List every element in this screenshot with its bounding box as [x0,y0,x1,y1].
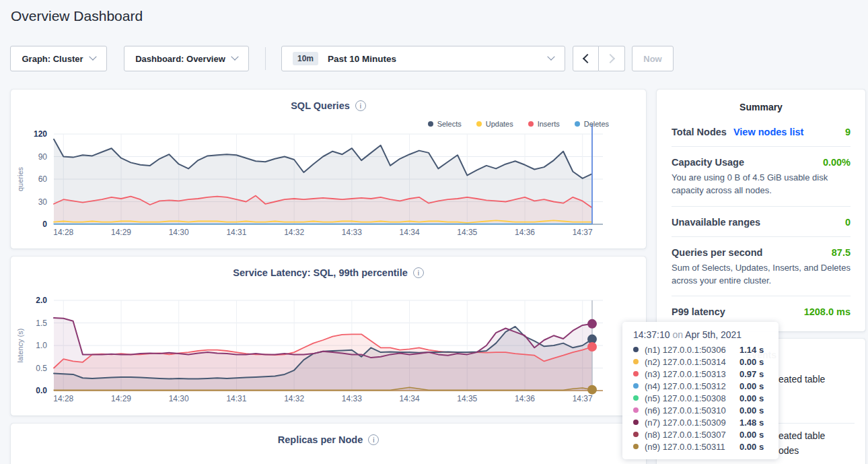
x-tick-label: 14:35 [457,228,477,237]
page-title: Overview Dashboard [11,8,143,24]
unavailable-ranges-label: Unavailable ranges [672,217,760,228]
node-color-dot-icon [633,371,639,376]
x-tick-label: 14:34 [400,394,420,403]
x-tick-label: 14:33 [342,394,362,403]
node-address: (n6) 127.0.0.1:50310 [645,405,739,416]
node-color-dot-icon [633,383,639,389]
time-prev-button[interactable] [573,46,599,71]
time-nav-group [573,46,625,71]
time-next-button[interactable] [599,46,625,71]
node-address: (n9) 127.0.0.1:50311 [645,442,739,452]
chevron-down-icon [547,53,554,61]
x-tick-label: 14:28 [53,394,73,403]
service-latency-title: Service Latency: SQL, 99th percentile i [11,267,646,278]
x-tick-label: 14:31 [226,394,246,403]
node-latency-value: 1.48 s [739,418,764,428]
node-color-dot-icon [633,420,639,425]
sql-queries-chart[interactable]: 14:2814:2914:3014:3114:3214:3314:3414:35… [11,90,646,248]
y-tick-label: 0.0 [36,386,47,395]
event-text-fragment: eated table [779,430,825,441]
time-range-selector[interactable]: 10m Past 10 Minutes [281,46,565,71]
x-tick-label: 14:35 [457,394,477,403]
tooltip-node-row: (n7) 127.0.0.1:503091.48 s [633,416,769,428]
highlight-dot [587,385,597,395]
node-address: (n5) 127.0.0.1:50308 [645,393,739,403]
x-tick-label: 14:34 [400,228,420,237]
y-tick-label: 90 [38,152,48,162]
y-tick-label: 60 [38,174,48,184]
overview-dashboard-page: Overview Dashboard Graph: Cluster Dashbo… [0,0,868,464]
node-color-dot-icon [633,444,639,449]
sql-queries-legend: Selects Updates Inserts Deletes [428,120,609,128]
tooltip-node-row: (n4) 127.0.0.1:503120.00 s [633,380,769,392]
total-nodes-value: 9 [845,127,851,137]
y-tick-label: 1.5 [36,319,47,328]
info-icon[interactable]: i [368,434,379,445]
x-tick-label: 14:29 [111,394,131,403]
replicas-per-node-title: Replicas per Node i [11,434,646,445]
y-tick-label: 30 [38,197,48,207]
x-tick-label: 14:32 [284,394,304,403]
node-latency-value: 0.00 s [739,357,764,367]
y-tick-label: 1.0 [36,341,47,350]
updates-dot-icon [476,121,482,127]
node-latency-value: 0.97 s [739,369,764,379]
tooltip-node-row: (n6) 127.0.0.1:503100.00 s [633,404,769,416]
selects-dot-icon [428,121,433,127]
node-color-dot-icon [633,359,639,364]
x-tick-label: 14:30 [169,228,189,237]
summary-title: Summary [672,90,851,117]
view-nodes-list-link[interactable]: View nodes list [733,127,804,137]
summary-row-unavailable-ranges: Unavailable ranges 0 [672,207,851,237]
p99-latency-value: 1208.0 ms [804,306,851,317]
tooltip-timestamp: 14:37:10 on Apr 5th, 2021 [633,329,769,340]
highlight-dot [587,319,597,329]
time-range-label: Past 10 Minutes [328,54,396,64]
node-latency-value: 0.00 s [739,442,764,452]
summary-panel: Summary Total Nodes View nodes list 9 Ca… [657,90,865,331]
info-icon[interactable]: i [355,100,366,111]
x-tick-label: 14:36 [515,394,535,403]
chevron-right-icon [606,54,615,63]
legend-item-updates[interactable]: Updates [476,120,513,128]
legend-item-selects[interactable]: Selects [428,120,462,128]
chevron-down-icon [231,53,238,61]
node-latency-value: 0.00 s [739,381,764,391]
x-tick-label: 14:29 [111,228,131,237]
tooltip-node-row: (n8) 127.0.0.1:503070.00 s [633,428,769,440]
toolbar-divider [265,47,266,70]
summary-row-capacity: Capacity Usage 0.00% You are using 0 B o… [672,147,851,207]
node-color-dot-icon [633,395,639,401]
y-tick-label: 2.0 [36,296,47,305]
highlight-dot [587,342,597,352]
node-latency-value: 1.14 s [739,345,764,355]
node-latency-value: 0.00 s [739,430,764,440]
legend-item-inserts[interactable]: Inserts [528,120,560,128]
node-latency-value: 0.00 s [739,405,764,416]
service-latency-chart[interactable]: 14:2814:2914:3014:3114:3214:3314:3414:35… [11,257,646,416]
x-tick-label: 14:28 [53,228,73,237]
tooltip-node-row: (n2) 127.0.0.1:503140.00 s [633,356,769,368]
x-tick-label: 14:30 [169,394,189,403]
graph-dropdown[interactable]: Graph: Cluster [10,46,107,71]
legend-item-deletes[interactable]: Deletes [575,120,609,128]
dashboard-dropdown[interactable]: Dashboard: Overview [124,46,249,71]
node-address: (n4) 127.0.0.1:50312 [645,381,739,391]
node-address: (n3) 127.0.0.1:50313 [645,369,739,379]
summary-row-total-nodes: Total Nodes View nodes list 9 [672,117,851,147]
time-range-badge: 10m [293,52,318,65]
now-button[interactable]: Now [632,46,674,71]
node-latency-value: 0.00 s [739,393,764,403]
chevron-left-icon [582,54,591,63]
sql-queries-card: SQL Queries i Selects Updates Inserts De… [11,90,646,248]
x-tick-label: 14:37 [573,228,593,237]
dashboard-dropdown-label: Dashboard: Overview [135,54,225,64]
y-tick-label: 120 [34,129,47,139]
node-address: (n7) 127.0.0.1:50309 [645,418,739,428]
event-text-fragment: eated table [779,374,825,385]
info-icon[interactable]: i [413,267,424,278]
deletes-dot-icon [575,121,580,127]
capacity-usage-description: You are using 0 B of 4.5 GiB usable disk… [672,172,851,197]
tooltip-node-row: (n9) 127.0.0.1:503110.00 s [633,440,769,453]
x-tick-label: 14:37 [573,394,593,403]
